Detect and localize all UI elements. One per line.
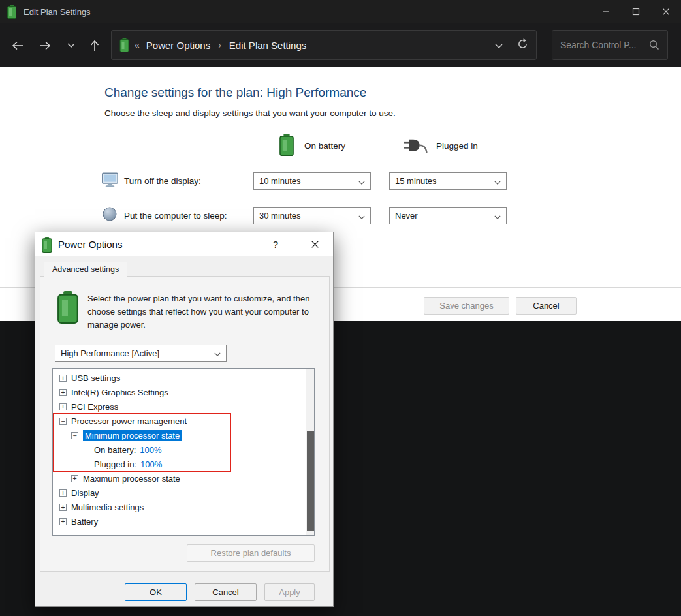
expand-icon[interactable]: +	[59, 403, 67, 410]
setting-value-link[interactable]: 100%	[140, 459, 162, 469]
column-header-on-battery: On battery	[304, 141, 345, 151]
dropdown-value: High Performance [Active]	[61, 348, 214, 358]
breadcrumb-overflow[interactable]: «	[135, 40, 140, 50]
window-title: Edit Plan Settings	[24, 7, 91, 17]
expand-icon[interactable]: +	[59, 489, 67, 497]
tree-item-label: Intel(R) Graphics Settings	[71, 388, 168, 397]
breadcrumb-edit-plan-settings[interactable]: Edit Plan Settings	[229, 40, 306, 51]
chevron-down-icon	[495, 44, 503, 48]
breadcrumb-separator: ›	[218, 40, 221, 50]
power-options-dialog: Power Options ? Advanced settings Select…	[35, 232, 334, 607]
chevron-down-icon	[358, 210, 365, 222]
settings-tree: + USB settings + Intel(R) Graphics Setti…	[52, 368, 315, 536]
up-button[interactable]	[84, 35, 106, 57]
tree-item-maximum-processor-state[interactable]: + Maximum processor state	[53, 471, 314, 485]
chevron-down-icon	[494, 176, 501, 187]
tree-item-battery[interactable]: + Battery	[53, 514, 314, 529]
forward-button[interactable]	[34, 35, 56, 57]
edit-plan-settings-window: Edit Plan Settings « Power Options › Edi…	[0, 0, 681, 616]
battery-icon	[42, 237, 52, 253]
tree-item-usb-settings[interactable]: + USB settings	[53, 371, 314, 385]
address-dropdown-button[interactable]	[495, 39, 503, 51]
forward-arrow-icon	[39, 41, 52, 50]
save-changes-button[interactable]: Save changes	[424, 297, 509, 315]
close-icon	[311, 240, 319, 249]
chevron-down-icon	[358, 176, 365, 187]
apply-button[interactable]: Apply	[264, 583, 315, 601]
page-subtitle: Choose the sleep and display settings th…	[104, 108, 396, 118]
on-battery-icon	[279, 134, 294, 156]
tree-item-label: Processor power management	[71, 416, 187, 426]
search-input[interactable]	[560, 40, 649, 50]
expand-icon[interactable]: +	[59, 518, 67, 525]
tree-item-intel-graphics[interactable]: + Intel(R) Graphics Settings	[53, 385, 314, 399]
refresh-button[interactable]	[517, 38, 528, 52]
chevron-down-icon	[214, 347, 221, 359]
battery-icon	[119, 38, 129, 52]
cancel-button[interactable]: Cancel	[516, 297, 577, 315]
tree-item-processor-power-management[interactable]: − Processor power management	[53, 414, 314, 428]
restore-plan-defaults-button[interactable]: Restore plan defaults	[187, 544, 315, 562]
tab-advanced-settings[interactable]: Advanced settings	[44, 262, 127, 277]
tree-item-label: Plugged in:	[94, 459, 136, 469]
setting-label-display: Turn off the display:	[124, 176, 201, 186]
tree-item-on-battery-setting[interactable]: On battery: 100%	[53, 442, 314, 457]
help-button[interactable]: ?	[262, 232, 289, 256]
up-arrow-icon	[90, 39, 99, 52]
battery-icon-large	[54, 291, 82, 324]
search-icon	[649, 40, 659, 50]
tree-item-multimedia-settings[interactable]: + Multimedia settings	[53, 500, 314, 514]
dropdown-value: 30 minutes	[259, 211, 358, 221]
setting-label-sleep: Put the computer to sleep:	[124, 211, 227, 221]
tree-item-label: Battery	[71, 517, 98, 527]
sleep-on-battery-dropdown[interactable]: 30 minutes	[253, 207, 371, 224]
scrollbar-thumb[interactable]	[307, 431, 314, 531]
dialog-cancel-button[interactable]: Cancel	[195, 583, 257, 601]
tree-item-pci-express[interactable]: + PCI Express	[53, 399, 314, 414]
dialog-close-button[interactable]	[302, 232, 328, 256]
dialog-description: Select the power plan that you want to c…	[87, 292, 316, 331]
expand-icon[interactable]: +	[71, 475, 78, 482]
address-bar[interactable]: « Power Options › Edit Plan Settings	[111, 30, 537, 60]
sleep-plugged-in-dropdown[interactable]: Never	[389, 207, 507, 224]
chevron-down-icon	[494, 210, 501, 222]
window-titlebar: Edit Plan Settings	[0, 0, 681, 23]
tree-item-minimum-processor-state[interactable]: − Minimum processor state	[53, 428, 314, 442]
breadcrumb-power-options[interactable]: Power Options	[146, 40, 210, 51]
tree-item-label: USB settings	[71, 373, 120, 383]
window-controls	[591, 0, 681, 23]
display-plugged-in-dropdown[interactable]: 15 minutes	[389, 172, 507, 190]
refresh-icon	[517, 38, 528, 50]
tree-item-label: PCI Express	[71, 402, 118, 412]
navigation-bar: « Power Options › Edit Plan Settings	[0, 23, 681, 67]
minimize-icon	[602, 8, 610, 16]
tree-scrollbar[interactable]	[306, 369, 314, 535]
search-box	[552, 30, 668, 60]
display-on-battery-dropdown[interactable]: 10 minutes	[253, 172, 371, 190]
dropdown-value: 15 minutes	[395, 176, 494, 186]
close-icon	[662, 8, 670, 16]
expand-icon[interactable]: +	[59, 389, 67, 396]
tree-item-display[interactable]: + Display	[53, 485, 314, 500]
close-button[interactable]	[651, 0, 681, 23]
back-button[interactable]	[7, 35, 29, 57]
column-header-plugged-in: Plugged in	[436, 141, 478, 151]
tree-item-label: Display	[71, 488, 99, 498]
minimize-button[interactable]	[591, 0, 621, 23]
recent-pages-button[interactable]	[60, 35, 82, 57]
dialog-titlebar: Power Options ?	[35, 232, 333, 256]
power-plan-dropdown[interactable]: High Performance [Active]	[55, 345, 227, 362]
expand-icon[interactable]: +	[59, 375, 67, 382]
battery-icon	[7, 5, 17, 19]
plugged-in-icon	[402, 137, 428, 155]
tree-item-plugged-in-setting[interactable]: Plugged in: 100%	[53, 457, 314, 471]
collapse-icon[interactable]: −	[71, 432, 78, 439]
expand-icon[interactable]: +	[59, 504, 67, 511]
ok-button[interactable]: OK	[125, 583, 187, 601]
tree-item-label-selected: Minimum processor state	[83, 430, 182, 441]
maximize-button[interactable]	[621, 0, 651, 23]
sleep-icon	[103, 207, 117, 221]
dialog-title: Power Options	[58, 239, 122, 250]
setting-value-link[interactable]: 100%	[140, 445, 161, 455]
collapse-icon[interactable]: −	[59, 418, 67, 425]
